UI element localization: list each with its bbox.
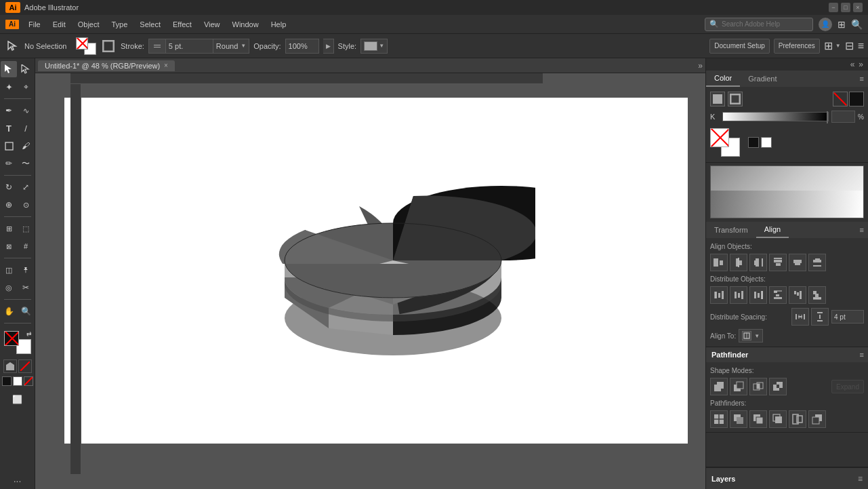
color-none-swatch[interactable] bbox=[833, 92, 848, 106]
distrib-spacing-h-btn[interactable] bbox=[791, 308, 809, 326]
trim-btn[interactable] bbox=[730, 410, 747, 428]
rectangle-tool-btn[interactable] bbox=[1, 138, 17, 154]
curvature-tool-btn[interactable]: ∿ bbox=[18, 102, 34, 119]
swap-colors-icon[interactable]: ⇄ bbox=[26, 330, 32, 337]
search-input[interactable] bbox=[722, 20, 796, 28]
eyedropper-tool-btn[interactable]: 🖈 bbox=[18, 262, 34, 278]
restore-btn[interactable]: □ bbox=[841, 3, 850, 12]
distrib-top-btn[interactable] bbox=[769, 286, 787, 304]
exclude-btn[interactable] bbox=[769, 378, 787, 395]
align-bottom-btn[interactable] bbox=[808, 254, 826, 271]
search-icon-2[interactable]: 🔍 bbox=[851, 19, 863, 30]
canvas-wrapper[interactable] bbox=[35, 73, 705, 489]
canvas-tab-close[interactable]: × bbox=[164, 62, 168, 69]
align-tab[interactable]: Align bbox=[756, 222, 789, 238]
align-panel-menu[interactable]: ≡ bbox=[856, 223, 868, 237]
stroke-icon[interactable] bbox=[100, 38, 117, 54]
distribute-spacing-input[interactable]: 4 pt bbox=[831, 310, 864, 324]
canvas-tab[interactable]: Untitled-1* @ 48 % (RGB/Preview) × bbox=[38, 60, 175, 71]
minus-front-btn[interactable] bbox=[730, 378, 747, 395]
align-center-h-btn[interactable] bbox=[730, 254, 747, 271]
preferences-btn[interactable]: Preferences bbox=[774, 39, 820, 54]
panel-menu-btn[interactable]: ≡ bbox=[856, 72, 868, 85]
panel-scroll-left[interactable]: « bbox=[848, 60, 857, 69]
search-bar[interactable]: 🔍 bbox=[705, 18, 813, 31]
color-swatch-black[interactable] bbox=[2, 376, 12, 386]
live-paint-btn[interactable]: ⬚ bbox=[18, 220, 34, 237]
minimize-btn[interactable]: − bbox=[829, 3, 838, 12]
text-tool-btn[interactable]: T bbox=[1, 120, 17, 136]
expand-btn[interactable]: Expand bbox=[831, 380, 864, 393]
distrib-center-h-btn[interactable] bbox=[730, 286, 747, 304]
fill-color-swatch[interactable] bbox=[76, 37, 96, 55]
small-swatch-1[interactable] bbox=[748, 137, 759, 148]
align-to-select[interactable]: ▼ bbox=[739, 329, 763, 343]
panel-icon[interactable]: ⊞ bbox=[838, 19, 846, 30]
outline-btn[interactable] bbox=[789, 410, 806, 428]
scale-tool-btn[interactable]: ⤢ bbox=[18, 179, 34, 195]
menu-item-help[interactable]: Help bbox=[266, 18, 292, 31]
menu-item-select[interactable]: Select bbox=[134, 18, 166, 31]
menu-item-effect[interactable]: Effect bbox=[167, 18, 197, 31]
arrange-icons[interactable]: ⊞ ▼ bbox=[824, 39, 841, 52]
color-black-swatch-small[interactable] bbox=[849, 92, 864, 106]
width-tool-btn[interactable]: ⊙ bbox=[18, 197, 34, 213]
fill-swatch[interactable] bbox=[4, 331, 19, 346]
arrange-icon-1[interactable]: ⊞ bbox=[824, 39, 833, 52]
style-dropdown[interactable]: ▼ bbox=[360, 39, 388, 54]
merge-btn[interactable] bbox=[749, 410, 767, 428]
crop-btn[interactable] bbox=[769, 410, 787, 428]
gradient-tool-btn[interactable]: ◫ bbox=[1, 262, 17, 278]
opacity-input[interactable]: 100% bbox=[285, 39, 319, 54]
magic-wand-tool-btn[interactable]: ✦ bbox=[1, 79, 17, 95]
profile-icon[interactable]: 👤 bbox=[819, 18, 832, 31]
k-value-input[interactable] bbox=[831, 111, 855, 123]
lasso-tool-btn[interactable]: ⌖ bbox=[18, 79, 34, 95]
menu-item-type[interactable]: Type bbox=[106, 18, 133, 31]
stroke-weight-dropdown[interactable]: 5 pt. Round ▼ bbox=[148, 39, 249, 54]
fill-icon-btn[interactable] bbox=[710, 92, 725, 106]
perspective-grid-btn[interactable]: ⊠ bbox=[1, 238, 17, 254]
minus-back-btn[interactable] bbox=[808, 410, 826, 428]
menu-item-view[interactable]: View bbox=[199, 18, 226, 31]
transform-tab[interactable]: Transform bbox=[706, 222, 756, 237]
align-middle-v-btn[interactable] bbox=[789, 254, 806, 271]
hand-tool-btn[interactable]: ✋ bbox=[1, 303, 17, 319]
pencil-tool-btn[interactable]: ✏ bbox=[1, 155, 17, 172]
pathfinder-menu[interactable]: ≡ bbox=[856, 348, 868, 361]
distrib-left-btn[interactable] bbox=[710, 286, 728, 304]
gradient-tab[interactable]: Gradient bbox=[740, 71, 785, 86]
blend-tool-btn[interactable]: ◎ bbox=[1, 279, 17, 296]
selection-tool-btn[interactable] bbox=[1, 61, 17, 77]
menu-item-file[interactable]: File bbox=[23, 18, 46, 31]
mesh-tool-btn[interactable]: # bbox=[18, 238, 34, 254]
more-options-icon[interactable]: ≡ bbox=[858, 40, 864, 52]
color-fill-icon[interactable] bbox=[3, 359, 17, 373]
direct-selection-tool-btn[interactable] bbox=[18, 61, 34, 77]
scissors-tool-btn[interactable]: ✂ bbox=[18, 279, 34, 296]
line-tool-btn[interactable]: / bbox=[18, 120, 34, 136]
align-icon-bar[interactable]: ⊟ bbox=[845, 39, 854, 52]
stroke-icon-btn[interactable] bbox=[728, 92, 743, 106]
art-board-tool-btn[interactable]: ⬜ bbox=[9, 391, 26, 408]
align-left-btn[interactable] bbox=[710, 254, 728, 271]
distrib-right-btn[interactable] bbox=[749, 286, 767, 304]
document-setup-btn[interactable]: Document Setup bbox=[709, 39, 770, 54]
close-btn[interactable]: × bbox=[853, 3, 863, 12]
rotate-tool-btn[interactable]: ↻ bbox=[1, 179, 17, 195]
more-tools-btn[interactable]: ··· bbox=[14, 475, 22, 486]
menu-item-edit[interactable]: Edit bbox=[47, 18, 71, 31]
zoom-tool-btn[interactable]: 🔍 bbox=[18, 303, 34, 319]
opacity-expand-btn[interactable]: ▶ bbox=[323, 39, 334, 54]
color-tab[interactable]: Color bbox=[706, 71, 740, 87]
shape-builder-btn[interactable]: ⊞ bbox=[1, 220, 17, 237]
divide-btn[interactable] bbox=[710, 410, 728, 428]
warp-tool-btn[interactable]: ⊕ bbox=[1, 197, 17, 213]
stroke-type-select[interactable]: Round ▼ bbox=[213, 39, 249, 54]
color-swatch-white[interactable] bbox=[13, 376, 22, 386]
align-top-btn[interactable] bbox=[769, 254, 787, 271]
unite-btn[interactable] bbox=[710, 378, 728, 395]
distrib-spacing-v-btn[interactable] bbox=[811, 308, 829, 326]
small-swatch-2[interactable] bbox=[761, 137, 772, 148]
pen-tool-btn[interactable]: ✒ bbox=[1, 102, 17, 119]
